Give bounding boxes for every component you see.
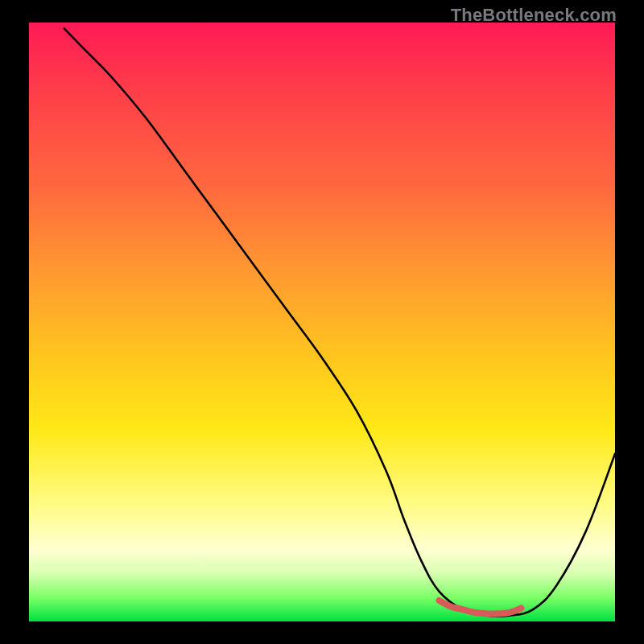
- chart-svg: [29, 23, 615, 621]
- bottleneck-curve: [64, 28, 615, 616]
- plot-area: [29, 23, 615, 621]
- chart-frame: TheBottleneck.com: [0, 0, 644, 644]
